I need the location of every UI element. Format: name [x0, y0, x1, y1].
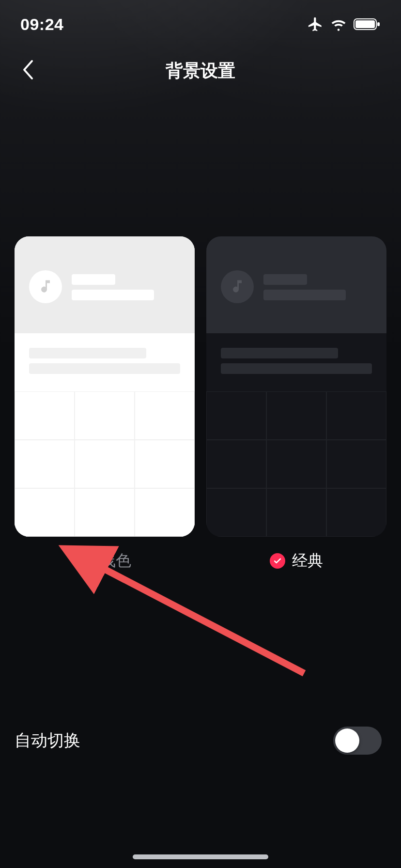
theme-option-light-row: 浅色	[78, 550, 131, 572]
wifi-icon	[330, 16, 347, 32]
status-time: 09:24	[20, 15, 63, 34]
theme-option-light-label: 浅色	[100, 550, 131, 572]
status-icons	[307, 16, 381, 32]
svg-line-3	[102, 568, 304, 673]
theme-preview-classic	[206, 236, 386, 537]
home-indicator	[133, 854, 268, 859]
auto-switch-row: 自动切换	[15, 727, 382, 755]
back-button[interactable]	[14, 56, 43, 85]
theme-option-light[interactable]: 浅色	[15, 236, 195, 572]
radio-unchecked-icon[interactable]	[78, 553, 93, 569]
theme-options: 浅色 经典	[15, 236, 386, 572]
chevron-left-icon	[21, 59, 35, 82]
page-title: 背景设置	[166, 59, 235, 83]
svg-rect-2	[377, 22, 380, 26]
auto-switch-toggle[interactable]	[333, 727, 382, 755]
music-note-icon	[221, 270, 254, 303]
theme-preview-light	[15, 236, 195, 537]
airplane-mode-icon	[307, 16, 324, 32]
svg-rect-1	[355, 20, 375, 28]
status-bar: 09:24	[0, 0, 401, 48]
theme-option-classic-row: 经典	[270, 550, 323, 572]
theme-option-classic[interactable]: 经典	[206, 236, 386, 572]
page-header: 背景设置	[0, 46, 401, 95]
toggle-knob	[335, 728, 359, 753]
theme-option-classic-label: 经典	[292, 550, 323, 572]
battery-icon	[354, 17, 381, 31]
auto-switch-label: 自动切换	[15, 729, 80, 752]
radio-checked-icon[interactable]	[270, 553, 285, 569]
music-note-icon	[29, 270, 62, 303]
